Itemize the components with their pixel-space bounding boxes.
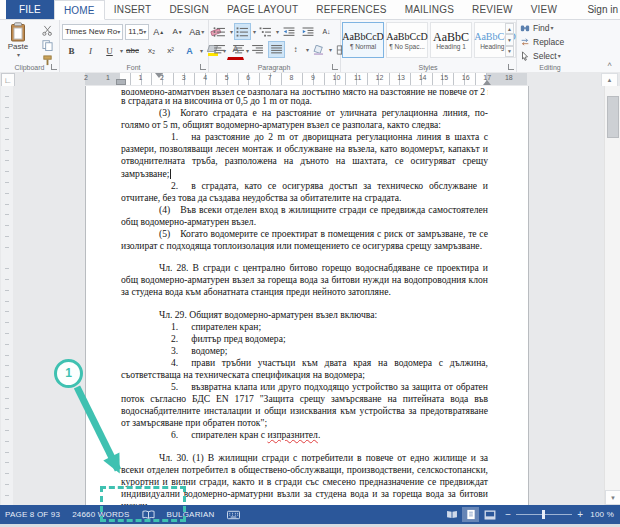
change-case-button[interactable]: Aa▾ (188, 23, 205, 40)
styles-more-button[interactable]: ▼ (505, 46, 514, 57)
list-item: 2.филтър пред водомера; (121, 333, 488, 345)
document-text: водомерно-арматурен възел се разполага н… (121, 88, 488, 505)
web-layout-button[interactable] (481, 507, 498, 522)
scrollbar-thumb[interactable] (607, 96, 619, 138)
copy-button[interactable] (39, 38, 56, 53)
bold-button[interactable]: B (63, 42, 80, 59)
multilevel-list-button[interactable] (257, 23, 274, 40)
align-left-button[interactable] (211, 41, 228, 58)
dropdown-arrow-icon: ▾ (17, 51, 20, 58)
numbering-button[interactable] (234, 23, 251, 40)
left-indent-marker[interactable] (116, 79, 126, 85)
group-paragraph: ▾ ▾ ▾ А↓ ¶ (208, 20, 341, 72)
strikethrough-button[interactable]: abc (124, 42, 141, 59)
list-item: 3.водомер; (121, 345, 488, 357)
style-heading-1[interactable]: AaBbC Heading 1 (430, 22, 472, 58)
select-button[interactable]: Select ▾ (520, 49, 584, 62)
tab-file[interactable]: FILE (6, 0, 54, 19)
paste-button[interactable]: Paste ▾ (3, 22, 33, 66)
dropdown-arrow-icon: ▾ (276, 28, 279, 35)
zoom-out-button[interactable]: − (505, 509, 511, 520)
paragraph: Чл. 29. Общият водомерно-арматурен възел… (121, 309, 488, 321)
clipboard-dialog-launcher[interactable] (51, 64, 57, 70)
dropdown-arrow-icon: ▾ (117, 28, 120, 35)
decrease-indent-button[interactable] (280, 23, 297, 40)
vertical-ruler[interactable] (1, 86, 13, 505)
horizontal-ruler[interactable]: 12345678910111213141516171821 (85, 73, 527, 85)
tab-references[interactable]: REFERENCES (307, 0, 395, 19)
document-page[interactable]: водомерно-арматурен възел се разполага н… (85, 86, 529, 505)
blank-line (121, 299, 488, 309)
grow-font-button[interactable]: A▲ (150, 23, 167, 40)
paragraph: Чл. 28. В сгради с централно битово горе… (121, 262, 488, 298)
tab-page-layout[interactable]: PAGE LAYOUT (218, 0, 307, 19)
dropdown-arrow-icon: ▾ (306, 46, 309, 53)
line-spacing-button[interactable]: ↕ (287, 41, 304, 58)
tab-view[interactable]: VIEW (522, 0, 566, 19)
justify-button[interactable] (268, 41, 285, 58)
font-group-label: Font (126, 64, 140, 71)
zoom-level[interactable]: 100 % (590, 510, 614, 519)
group-styles: AaBbCcD ¶ Normal AaBbCcD ¶ No Spac... Aa… (340, 20, 517, 72)
sort-button[interactable]: А↓ (318, 23, 335, 40)
dropdown-arrow-icon: ▾ (143, 28, 146, 35)
tab-review[interactable]: REVIEW (463, 0, 522, 19)
list-item: 1.спирателен кран; (121, 321, 488, 333)
dropdown-arrow-icon: ▾ (200, 47, 203, 54)
zoom-slider[interactable] (516, 510, 572, 519)
styles-dialog-launcher[interactable] (508, 64, 514, 70)
paragraph: (4)Във всеки отделен вход в жилищните сг… (121, 204, 488, 228)
paragraph-dialog-launcher[interactable] (332, 64, 338, 70)
sign-in-link[interactable]: Sign in (587, 0, 620, 19)
list-item: 2.в сградата, като се осигурява достъп з… (121, 180, 488, 204)
superscript-button[interactable]: x² (162, 42, 179, 59)
text-effects-button[interactable]: A (181, 42, 198, 59)
tab-design[interactable]: DESIGN (160, 0, 218, 19)
group-font: Times New Ro▾ 11,5▾ A▲ A▼ Aa▾ B I U▾ abc… (59, 20, 209, 72)
style-no-spacing[interactable]: AaBbCcD ¶ No Spac... (386, 22, 428, 58)
bullets-button[interactable] (211, 23, 228, 40)
underline-button[interactable]: U (101, 42, 118, 59)
increase-indent-button[interactable] (299, 23, 316, 40)
keyboard-layout-icon[interactable] (227, 510, 240, 520)
styles-scroll-up-button[interactable]: ▲ (505, 23, 514, 34)
ruler-row: ∟ 12345678910111213141516171821 ▲ (0, 72, 620, 86)
page-indicator[interactable]: PAGE 8 OF 93 (5, 510, 60, 519)
styles-scroll-down-button[interactable]: ▼ (505, 34, 514, 45)
dropdown-arrow-icon: ▾ (329, 46, 332, 53)
clipboard-group-label: Clipboard (15, 64, 45, 71)
align-right-button[interactable] (249, 41, 266, 58)
style-normal[interactable]: AaBbCcD ¶ Normal (342, 22, 384, 58)
find-button[interactable]: Find ▾ (520, 21, 584, 34)
font-dialog-launcher[interactable] (200, 64, 206, 70)
tab-stop-selector[interactable]: ∟ (1, 73, 15, 87)
list-item: 5.възвратна клапа или друго подходящо ус… (121, 381, 488, 429)
italic-button[interactable]: I (82, 42, 99, 59)
align-center-button[interactable] (230, 41, 247, 58)
tab-insert[interactable]: INSERT (105, 0, 161, 19)
replace-button[interactable]: Replace (520, 35, 584, 48)
font-size-select[interactable]: 11,5▾ (125, 24, 149, 40)
print-layout-button[interactable] (462, 507, 479, 522)
paragraph-group-label: Paragraph (258, 64, 291, 71)
subscript-button[interactable]: x₂ (143, 42, 160, 59)
vertical-scrollbar[interactable]: ▼ (604, 86, 620, 505)
font-name-select[interactable]: Times New Ro▾ (62, 24, 123, 40)
zoom-slider-thumb[interactable] (542, 510, 545, 519)
first-line-indent-marker[interactable] (155, 73, 163, 78)
right-indent-marker[interactable] (483, 80, 491, 85)
collapse-ribbon-button[interactable]: ˄ (607, 60, 612, 69)
tab-home[interactable]: HOME (54, 0, 105, 20)
scroll-down-button[interactable]: ▼ (605, 490, 620, 505)
read-mode-button[interactable] (443, 507, 460, 522)
cut-button[interactable] (39, 23, 56, 38)
tab-mailings[interactable]: MAILINGS (396, 0, 463, 19)
shading-button[interactable] (310, 41, 327, 58)
word-window: FILE HOME INSERT DESIGN PAGE LAYOUT REFE… (0, 0, 620, 527)
blank-line (121, 252, 488, 262)
shrink-font-button[interactable]: A▼ (169, 23, 186, 40)
list-item: 1.на разстояние до 2 m от дворищната рег… (121, 131, 488, 179)
dropdown-arrow-icon: ▾ (201, 28, 204, 35)
scroll-up-button[interactable]: ▲ (601, 73, 618, 87)
zoom-in-button[interactable]: + (577, 509, 583, 520)
